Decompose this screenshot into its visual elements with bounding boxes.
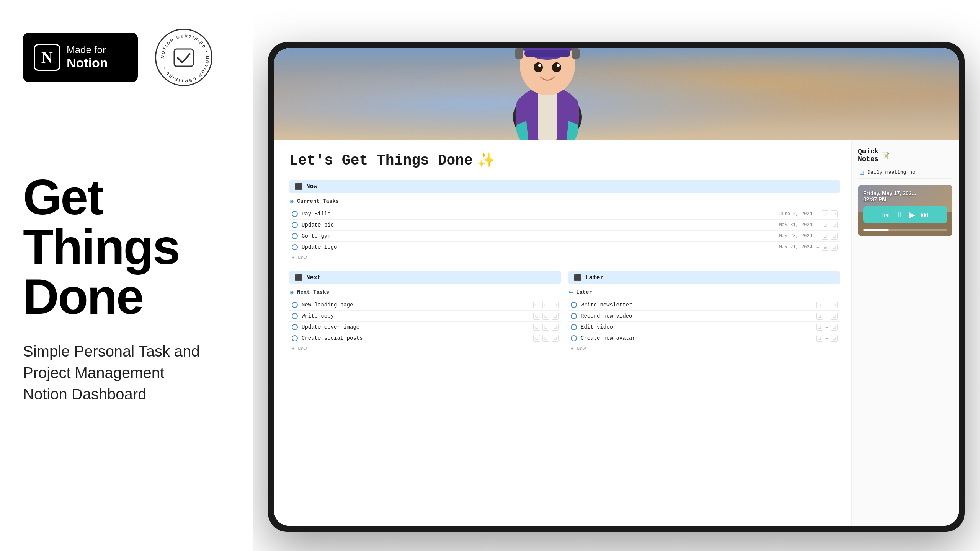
- task-btn[interactable]: □: [831, 302, 838, 308]
- task-btn[interactable]: □: [533, 324, 540, 331]
- task-btn[interactable]: □: [542, 313, 549, 320]
- next-sub-icon: ⊕: [289, 289, 294, 295]
- task-check: [292, 233, 298, 239]
- notion-letter: N: [41, 48, 53, 67]
- task-btn-2[interactable]: □: [831, 233, 838, 240]
- task-check: [571, 335, 577, 341]
- task-actions: □ − □: [816, 324, 838, 331]
- task-actions: □ − □: [816, 313, 838, 320]
- subheadline: Simple Personal Task and Project Managem…: [23, 341, 230, 405]
- svg-rect-7: [524, 50, 570, 57]
- quick-note-item: ☑ Daily meeting no: [858, 167, 952, 179]
- quick-notes-header: QuickNotes 📝: [858, 148, 952, 163]
- next-section: ⬛ Next ⊕ Next Tasks New landing page: [289, 271, 561, 354]
- task-btn[interactable]: □: [533, 313, 540, 320]
- media-progress-fill: [863, 229, 889, 231]
- task-row: Edit video □ − □: [568, 322, 840, 333]
- media-time: Friday, May 17, 202... 02:37 PM: [863, 190, 947, 202]
- task-check: [571, 324, 577, 330]
- task-btn-2[interactable]: □: [831, 222, 838, 228]
- media-controls: ⏮ ⏸ ▶ ⏭: [863, 206, 947, 223]
- svg-point-13: [557, 64, 560, 67]
- page-title-text: Let's Get Things Done: [289, 152, 473, 169]
- rewind-button[interactable]: ⏮: [882, 210, 889, 219]
- task-actions: □ □ □: [533, 335, 559, 342]
- task-btn-2[interactable]: □: [831, 244, 838, 251]
- note-icon: ☑: [859, 170, 864, 176]
- task-btn[interactable]: □: [816, 302, 823, 308]
- notion-label: Notion: [67, 55, 108, 70]
- task-btn[interactable]: □: [542, 324, 549, 331]
- later-section: ⬛ Later ↪ Later Write newsletter: [568, 271, 840, 354]
- headline-line2: Done: [23, 269, 143, 324]
- task-row: Create new avatar □ − □: [568, 333, 840, 344]
- task-btn[interactable]: □: [816, 335, 823, 342]
- add-new-now[interactable]: + New: [289, 253, 840, 262]
- svg-text:NOTION CERTIFIED • NOTION CERT: NOTION CERTIFIED • NOTION CERTIFIED •: [160, 34, 210, 83]
- task-actions: − ⊟ □: [816, 233, 838, 240]
- quick-notes-section: QuickNotes 📝 ☑ Daily meeting no: [858, 148, 952, 179]
- now-icon: ⬛: [295, 183, 302, 190]
- svg-rect-9: [572, 48, 580, 59]
- made-for-notion-text: Made for Notion: [67, 44, 108, 71]
- cover-area: ▲: [274, 48, 959, 140]
- now-sub-title: Current Tasks: [297, 198, 339, 204]
- task-actions: □ □ □: [533, 313, 559, 320]
- task-btn[interactable]: □: [552, 324, 559, 331]
- task-check: [292, 335, 298, 341]
- task-btn[interactable]: □: [831, 335, 838, 342]
- play-button[interactable]: ▶: [909, 210, 915, 219]
- task-btn[interactable]: □: [542, 302, 549, 308]
- task-btn-1[interactable]: ⊟: [822, 222, 828, 228]
- sparkle-icon: ✨: [477, 152, 495, 169]
- two-col-sections: ⬛ Next ⊕ Next Tasks New landing page: [289, 271, 840, 354]
- pause-button[interactable]: ⏸: [895, 210, 903, 219]
- task-btn[interactable]: □: [533, 335, 540, 342]
- task-btn[interactable]: □: [816, 313, 823, 320]
- task-row: Pay Bills June 2, 2024 − ⊟ □: [289, 209, 840, 220]
- forward-button[interactable]: ⏭: [921, 210, 929, 219]
- media-progress-bar: [863, 229, 947, 231]
- headline-line1: Get Things: [23, 169, 179, 275]
- task-row: Write copy □ □ □: [289, 311, 561, 322]
- headline-text: Get Things Done: [23, 172, 230, 321]
- task-btn[interactable]: □: [533, 302, 540, 308]
- task-check: [292, 244, 298, 250]
- task-check: [571, 302, 577, 308]
- task-btn[interactable]: □: [552, 313, 559, 320]
- task-btn[interactable]: □: [542, 335, 549, 342]
- task-btn[interactable]: □: [831, 313, 838, 320]
- now-title: Now: [306, 183, 317, 190]
- task-btn-1[interactable]: ⊟: [822, 233, 828, 240]
- task-row: Create social posts □ □ □: [289, 333, 561, 344]
- next-icon: ⬛: [295, 274, 302, 281]
- task-row: Record new video □ − □: [568, 311, 840, 322]
- task-actions: □ □ □: [533, 302, 559, 308]
- tablet-screen: ▲ Let's Get Things Done ✨ ⬛: [274, 48, 959, 526]
- certified-badge: NOTION CERTIFIED • NOTION CERTIFIED •: [153, 27, 214, 88]
- quick-notes-emoji: 📝: [882, 152, 889, 159]
- task-btn[interactable]: □: [831, 324, 838, 331]
- task-btn-1[interactable]: ⊟: [822, 244, 828, 251]
- task-btn[interactable]: □: [552, 302, 559, 308]
- task-btn[interactable]: □: [552, 335, 559, 342]
- tablet-mockup: ▲ Let's Get Things Done ✨ ⬛: [268, 42, 965, 532]
- task-btn-1[interactable]: ⊟: [822, 210, 828, 217]
- now-subsection: ⊕ Current Tasks: [289, 196, 840, 206]
- task-row: Update logo May 21, 2024 − ⊟ □: [289, 242, 840, 253]
- task-check: [292, 324, 298, 330]
- add-new-next[interactable]: + New: [289, 344, 561, 354]
- later-subsection: ↪ Later: [568, 287, 840, 297]
- content-area: Let's Get Things Done ✨ ⬛ Now ⊕ Current …: [274, 140, 959, 526]
- note-text: Daily meeting no: [867, 169, 915, 176]
- cover-bg: [274, 48, 959, 140]
- next-subsection: ⊕ Next Tasks: [289, 287, 561, 297]
- add-new-later[interactable]: + New: [568, 344, 840, 354]
- task-btn-2[interactable]: □: [831, 210, 838, 217]
- task-check: [292, 222, 298, 228]
- task-btn[interactable]: □: [816, 324, 823, 331]
- later-sub-icon: ↪: [568, 289, 573, 295]
- task-row: Update bio May 31, 2024 − ⊟ □: [289, 220, 840, 231]
- right-sidebar: QuickNotes 📝 ☑ Daily meeting no Friday, …: [851, 140, 959, 526]
- character-avatar: ▲: [494, 48, 616, 140]
